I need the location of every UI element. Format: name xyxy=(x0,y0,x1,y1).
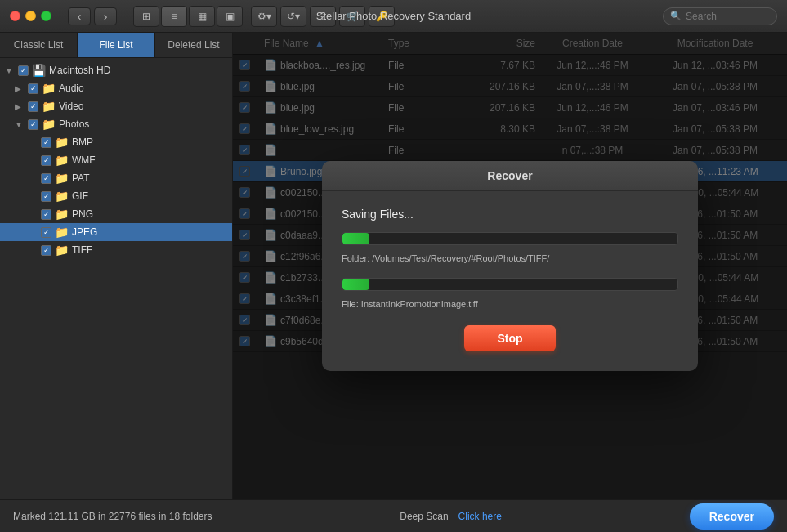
sidebar-item-png[interactable]: ✓ 📁 PNG xyxy=(0,205,232,223)
folder-icon: 📁 xyxy=(55,208,69,221)
modal-title: Recover xyxy=(322,161,698,191)
sidebar-item-label: GIF xyxy=(72,190,88,202)
folder-icon: 📁 xyxy=(42,118,56,131)
checkbox-tiff[interactable]: ✓ xyxy=(41,245,51,256)
stop-button[interactable]: Stop xyxy=(464,325,555,351)
folder-icon: 📁 xyxy=(55,172,69,185)
sidebar-item-pat[interactable]: ✓ 📁 PAT xyxy=(0,169,232,187)
progress-bar-2 xyxy=(342,278,678,291)
sidebar-item-label: Photos xyxy=(59,118,89,130)
sidebar-item-macintosh-hd[interactable]: ▼ ✓ 💾 Macintosh HD xyxy=(0,61,232,79)
recover-button[interactable]: Recover xyxy=(690,503,774,530)
sidebar-item-label: BMP xyxy=(72,136,93,148)
toggle-icon: ▶ xyxy=(15,84,25,93)
nav-buttons: ‹ › xyxy=(68,7,117,25)
deep-scan-link[interactable]: Click here xyxy=(458,511,502,522)
toggle-icon: ▶ xyxy=(15,102,25,111)
maximize-button[interactable] xyxy=(41,11,51,21)
checkbox-pat[interactable]: ✓ xyxy=(41,173,51,184)
checkbox-audio[interactable]: ✓ xyxy=(28,83,38,94)
folder-path: Folder: /Volumes/Test/Recovery/#Root/Pho… xyxy=(342,253,678,263)
progress-fill-1 xyxy=(342,233,369,244)
checkbox-jpeg[interactable]: ✓ xyxy=(41,227,51,238)
checkbox-bmp[interactable]: ✓ xyxy=(41,137,51,148)
sidebar-item-label: PNG xyxy=(72,208,93,220)
modal-actions: Stop xyxy=(342,325,678,351)
tab-file-list[interactable]: File List xyxy=(78,33,155,57)
sidebar: Classic List File List Deleted List ▼ ✓ … xyxy=(0,33,233,499)
sidebar-item-bmp[interactable]: ✓ 📁 BMP xyxy=(0,133,232,151)
checkbox-video[interactable]: ✓ xyxy=(28,101,38,112)
status-text: Marked 121.11 GB in 22776 files in 18 fo… xyxy=(13,511,212,522)
bottom-bar: Marked 121.11 GB in 22776 files in 18 fo… xyxy=(0,499,787,532)
sidebar-item-jpeg[interactable]: ✓ 📁 JPEG xyxy=(0,223,232,241)
deep-scan-label: Deep Scan xyxy=(400,511,448,522)
grid-view-button[interactable]: ⊞ xyxy=(133,6,159,27)
history-button[interactable]: ↺▾ xyxy=(280,6,306,27)
search-input[interactable] xyxy=(686,11,767,22)
folder-icon: 📁 xyxy=(42,82,56,95)
column-view-button[interactable]: ▦ xyxy=(189,6,215,27)
cover-flow-button[interactable]: ▣ xyxy=(217,6,243,27)
checkbox-wmf[interactable]: ✓ xyxy=(41,155,51,166)
checkbox-gif[interactable]: ✓ xyxy=(41,191,51,202)
search-box[interactable]: 🔍 xyxy=(663,7,777,25)
sidebar-item-video[interactable]: ▶ ✓ 📁 Video xyxy=(0,97,232,115)
progress-fill-2 xyxy=(342,279,369,290)
sidebar-tree: ▼ ✓ 💾 Macintosh HD ▶ ✓ 📁 Audio ▶ ✓ 📁 Vid… xyxy=(0,58,232,490)
progress-bar-1 xyxy=(342,232,678,245)
sidebar-item-photos[interactable]: ▼ ✓ 📁 Photos xyxy=(0,115,232,133)
search-area: 🔍 xyxy=(663,7,777,25)
main-layout: Classic List File List Deleted List ▼ ✓ … xyxy=(0,33,787,499)
sidebar-item-label: Macintosh HD xyxy=(49,65,110,76)
checkbox-photos[interactable]: ✓ xyxy=(28,119,38,130)
folder-icon: 📁 xyxy=(42,100,56,113)
content-area: File Name ▲ Type Size Creation Date Modi… xyxy=(233,33,787,499)
traffic-lights xyxy=(10,11,51,21)
sidebar-item-audio[interactable]: ▶ ✓ 📁 Audio xyxy=(0,79,232,97)
drive-icon: 💾 xyxy=(32,64,46,77)
sidebar-item-label: TIFF xyxy=(72,244,92,256)
sidebar-tabs: Classic List File List Deleted List xyxy=(0,33,232,58)
toggle-icon: ▼ xyxy=(15,120,25,129)
sidebar-item-tiff[interactable]: ✓ 📁 TIFF xyxy=(0,241,232,259)
folder-icon: 📁 xyxy=(55,154,69,167)
sidebar-item-gif[interactable]: ✓ 📁 GIF xyxy=(0,187,232,205)
sidebar-item-label: Video xyxy=(59,101,83,112)
sidebar-scrollbar[interactable] xyxy=(0,490,232,499)
folder-icon: 📁 xyxy=(55,244,69,257)
checkbox-macintosh-hd[interactable]: ✓ xyxy=(18,65,29,76)
recover-modal: Recover Saving Files... Folder: /Volumes… xyxy=(322,161,698,371)
view-toolbar: ⊞ ≡ ▦ ▣ xyxy=(133,6,243,27)
tab-deleted-list[interactable]: Deleted List xyxy=(155,33,232,57)
app-title: Stellar Photo Recovery Standard xyxy=(316,10,471,22)
checkbox-png[interactable]: ✓ xyxy=(41,209,51,220)
folder-icon: 📁 xyxy=(55,136,69,149)
title-bar: ‹ › ⊞ ≡ ▦ ▣ ⚙▾ ↺▾ ? 🛒 🔑 Stellar Photo Re… xyxy=(0,0,787,33)
tab-classic-list[interactable]: Classic List xyxy=(0,33,78,57)
back-button[interactable]: ‹ xyxy=(68,7,91,25)
sidebar-item-wmf[interactable]: ✓ 📁 WMF xyxy=(0,151,232,169)
modal-overlay: Recover Saving Files... Folder: /Volumes… xyxy=(233,33,787,499)
list-view-button[interactable]: ≡ xyxy=(161,6,187,27)
forward-button[interactable]: › xyxy=(94,7,117,25)
sidebar-item-label: JPEG xyxy=(72,226,97,238)
minimize-button[interactable] xyxy=(25,11,36,21)
sidebar-item-label: WMF xyxy=(72,154,96,166)
folder-icon: 📁 xyxy=(55,226,69,239)
file-path: File: InstantInkPromotionImage.tiff xyxy=(342,299,678,309)
toggle-icon: ▼ xyxy=(5,66,15,75)
settings-button[interactable]: ⚙▾ xyxy=(251,6,277,27)
close-button[interactable] xyxy=(10,11,20,21)
folder-icon: 📁 xyxy=(55,190,69,203)
modal-body: Saving Files... Folder: /Volumes/Test/Re… xyxy=(322,191,698,371)
search-icon: 🔍 xyxy=(670,11,682,21)
saving-label: Saving Files... xyxy=(342,208,678,221)
sidebar-item-label: Audio xyxy=(59,83,84,94)
sidebar-item-label: PAT xyxy=(72,172,90,184)
